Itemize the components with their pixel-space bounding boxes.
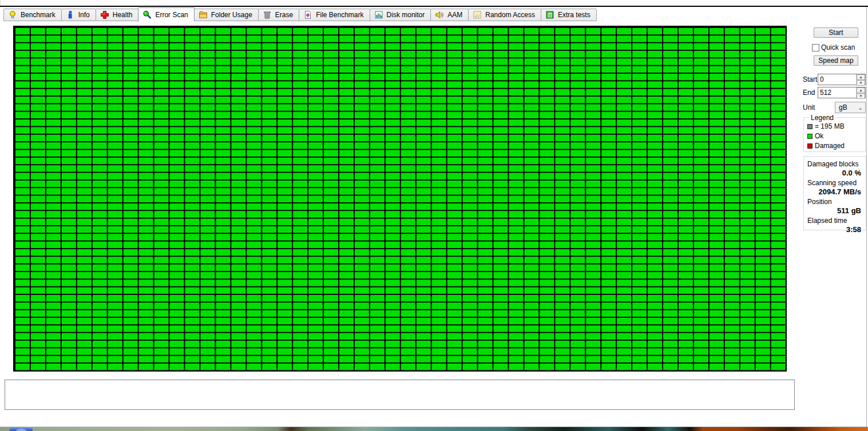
tab-label: Random Access: [485, 11, 535, 19]
tab-aam[interactable]: AAM: [430, 9, 469, 21]
end-input[interactable]: [818, 87, 856, 98]
tab-file-benchmark[interactable]: File Benchmark: [299, 9, 370, 21]
damaged-blocks-value: 0.0 %: [807, 169, 861, 177]
tab-label: Disk monitor: [387, 11, 425, 19]
tab-label: Folder Usage: [211, 11, 252, 19]
tab-bar: Benchmark Info Health Error Scan Folder …: [3, 7, 596, 21]
lightbulb-icon: [8, 10, 17, 19]
folder-icon: [199, 10, 208, 19]
chevron-down-icon: ⌄: [858, 105, 863, 111]
tab-label: Health: [113, 11, 133, 19]
tab-erase[interactable]: Erase: [258, 9, 299, 21]
legend-ok-swatch: [807, 134, 812, 139]
spin-up-icon[interactable]: ▲: [857, 87, 865, 93]
scan-grid: [13, 26, 787, 372]
tab-info[interactable]: Info: [61, 9, 96, 21]
legend-groupbox: Legend = 195 MB Ok Damaged: [803, 117, 866, 152]
quick-scan-checkbox[interactable]: [812, 44, 819, 51]
legend-ok-row: Ok: [807, 132, 865, 140]
legend-ok-label: Ok: [815, 132, 823, 140]
tab-benchmark[interactable]: Benchmark: [3, 9, 62, 21]
legend-damaged-row: Damaged: [807, 142, 865, 150]
tab-label: Error Scan: [155, 11, 188, 19]
start-spinner: ▲ ▼: [856, 74, 865, 85]
tab-label: Benchmark: [21, 11, 56, 19]
scanning-speed-label: Scanning speed: [807, 179, 862, 187]
end-field: ▲ ▼: [818, 87, 866, 98]
position-label: Position: [807, 198, 862, 206]
start-position-row: Start ▲ ▼: [803, 74, 866, 85]
legend-block-swatch: [807, 124, 812, 129]
unit-label: Unit: [803, 103, 815, 111]
speaker-icon: [435, 10, 444, 19]
tab-extra-tests[interactable]: Extra tests: [541, 9, 597, 21]
spin-down-icon[interactable]: ▼: [857, 93, 865, 99]
legend-block-size-label: = 195 MB: [815, 122, 845, 130]
damaged-blocks-label: Damaged blocks: [807, 160, 862, 168]
bar-chart-icon: [374, 10, 383, 19]
tab-error-scan[interactable]: Error Scan: [138, 7, 194, 22]
elapsed-time-label: Elapsed time: [807, 217, 862, 225]
info-icon: [66, 10, 75, 19]
magnifier-icon: [142, 10, 152, 19]
quick-scan-label: Quick scan: [821, 43, 855, 51]
speed-map-button[interactable]: Speed map: [814, 55, 858, 66]
window-right-border: [866, 7, 867, 427]
end-position-row: End ▲ ▼: [803, 87, 866, 98]
legend-damaged-label: Damaged: [815, 142, 845, 150]
spin-up-icon[interactable]: ▲: [857, 74, 865, 80]
start-field: ▲ ▼: [818, 74, 866, 85]
tab-label: AAM: [447, 11, 462, 19]
unit-dropdown[interactable]: gB ⌄: [835, 102, 866, 113]
tab-health[interactable]: Health: [96, 9, 139, 21]
tab-label: Extra tests: [558, 11, 590, 19]
start-button[interactable]: Start: [814, 27, 858, 38]
scan-info-box: [5, 380, 795, 410]
tab-random-access[interactable]: Random Access: [468, 9, 541, 21]
random-dots-icon: [473, 10, 482, 19]
quick-scan-row: Quick scan: [812, 43, 855, 51]
tab-label: Erase: [275, 11, 293, 19]
legend-block-size-row: = 195 MB: [807, 122, 865, 130]
start-input[interactable]: [818, 74, 856, 85]
background-window-fragment: [10, 428, 33, 431]
legend-title: Legend: [809, 114, 835, 122]
elapsed-time-value: 3:58: [807, 225, 861, 234]
end-spinner: ▲ ▼: [856, 87, 865, 98]
tab-folder-usage[interactable]: Folder Usage: [194, 9, 259, 21]
tab-label: File Benchmark: [316, 11, 363, 19]
scan-stats-panel: Damaged blocks 0.0 % Scanning speed 2094…: [803, 156, 866, 230]
start-field-label: Start: [803, 75, 818, 83]
legend-damaged-swatch: [807, 143, 812, 149]
end-field-label: End: [803, 89, 818, 97]
desktop-wallpaper-strip: [0, 427, 868, 431]
extra-tests-icon: [545, 10, 554, 19]
tab-label: Info: [78, 11, 90, 19]
trash-icon: [263, 10, 272, 19]
tab-disk-monitor[interactable]: Disk monitor: [370, 9, 431, 21]
file-icon: [303, 10, 312, 19]
health-cross-icon: [100, 10, 109, 19]
window-top-strip: [0, 0, 868, 6]
position-value: 511 gB: [807, 206, 861, 215]
spin-down-icon[interactable]: ▼: [857, 80, 865, 86]
unit-value: gB: [839, 103, 847, 111]
scanning-speed-value: 2094.7 MB/s: [807, 187, 861, 196]
